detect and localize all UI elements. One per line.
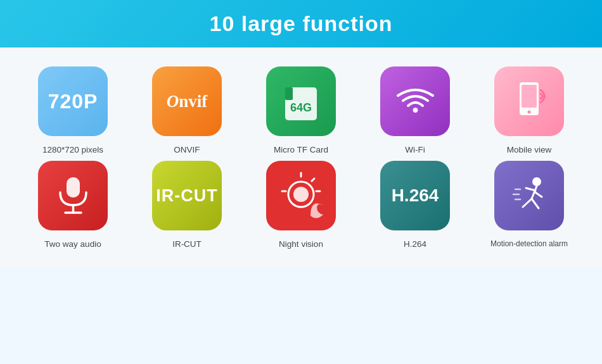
feature-label-720p: 1280*720 pixels bbox=[42, 145, 103, 154]
icon-box-night bbox=[266, 161, 336, 230]
svg-rect-6 bbox=[67, 177, 80, 198]
feature-label-ircut: IR-CUT bbox=[172, 239, 202, 249]
feature-onvif: Onvif ONVIF bbox=[139, 66, 234, 154]
icon-box-tf: 64G bbox=[266, 66, 336, 136]
wifi-icon bbox=[392, 78, 439, 125]
feature-label-h264: H.264 bbox=[404, 239, 426, 249]
icon-box-720p: 720P bbox=[38, 66, 108, 136]
svg-point-14 bbox=[293, 187, 309, 202]
onvif-text: Onvif bbox=[167, 92, 208, 111]
feature-night: Night vision bbox=[253, 161, 349, 249]
icon-box-mobile bbox=[494, 66, 564, 136]
svg-line-19 bbox=[523, 199, 532, 207]
feature-label-night: Night vision bbox=[279, 239, 323, 249]
svg-text:64G: 64G bbox=[290, 101, 312, 114]
svg-line-18 bbox=[535, 192, 542, 197]
features-row-1: 720P 1280*720 pixels Onvif ONVIF 64G Mic… bbox=[25, 66, 577, 154]
header: 10 large function bbox=[0, 0, 602, 47]
feature-720p: 720P 1280*720 pixels bbox=[25, 66, 120, 154]
feature-label-tf: Micro TF Card bbox=[274, 145, 328, 154]
microphone-icon bbox=[53, 172, 94, 220]
feature-wifi: Wi-Fi bbox=[368, 66, 463, 154]
feature-label-wifi: Wi-Fi bbox=[405, 145, 425, 154]
mobile-icon bbox=[506, 76, 553, 127]
icon-box-ircut: IR-CUT bbox=[152, 161, 222, 230]
features-row-2: Two way audio IR-CUT IR-CUT bbox=[25, 161, 577, 249]
feature-mobile: Mobile view bbox=[482, 66, 577, 154]
svg-point-15 bbox=[532, 177, 541, 186]
tf-card-icon: 64G bbox=[276, 76, 326, 127]
icon-box-onvif: Onvif bbox=[152, 66, 222, 136]
feature-motion: Motion-detection alarm bbox=[482, 161, 577, 249]
h264-text: H.264 bbox=[392, 185, 439, 206]
svg-line-11 bbox=[312, 179, 314, 181]
feature-h264: H.264 H.264 bbox=[368, 161, 463, 249]
night-vision-icon bbox=[276, 170, 326, 221]
content: 720P 1280*720 pixels Onvif ONVIF 64G Mic… bbox=[0, 47, 602, 268]
icon-box-motion bbox=[494, 161, 564, 230]
feature-tf: 64G Micro TF Card bbox=[253, 66, 349, 154]
icon-box-h264: H.264 bbox=[380, 161, 450, 230]
svg-line-20 bbox=[532, 199, 539, 208]
ircut-text: IR-CUT bbox=[156, 186, 217, 206]
feature-label-audio: Two way audio bbox=[44, 239, 101, 249]
feature-audio: Two way audio bbox=[25, 161, 120, 249]
icon-box-audio bbox=[38, 161, 108, 230]
feature-label-motion: Motion-detection alarm bbox=[490, 239, 568, 248]
feature-label-onvif: ONVIF bbox=[174, 145, 200, 154]
motion-icon bbox=[504, 170, 554, 221]
feature-label-mobile: Mobile view bbox=[507, 145, 552, 154]
feature-ircut: IR-CUT IR-CUT bbox=[139, 161, 234, 249]
720p-label: 720P bbox=[48, 90, 98, 113]
svg-rect-4 bbox=[522, 85, 537, 108]
svg-rect-1 bbox=[285, 87, 293, 100]
icon-box-wifi bbox=[380, 66, 450, 136]
svg-point-5 bbox=[527, 111, 530, 114]
page-title: 10 large function bbox=[0, 11, 602, 36]
svg-line-17 bbox=[526, 188, 535, 191]
